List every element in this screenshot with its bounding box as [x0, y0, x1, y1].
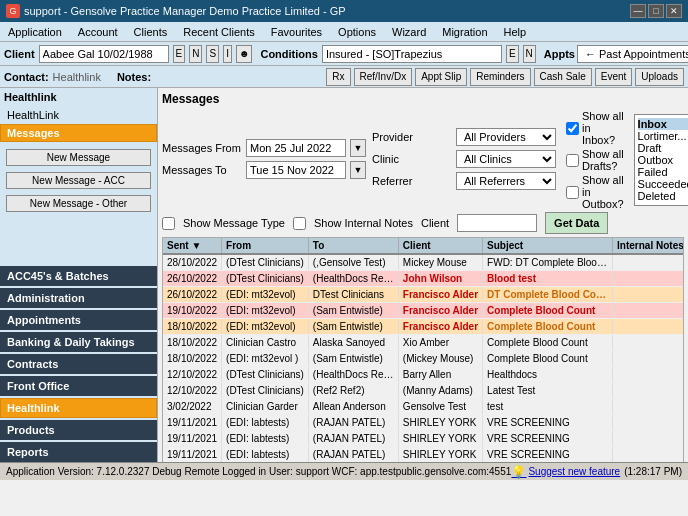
client-bar: Client E N S I ☻ Conditions E N Appts ← … — [0, 42, 688, 66]
cond-flag-n[interactable]: N — [523, 45, 536, 63]
cell-subject: DT Complete Blood Count — [483, 287, 613, 303]
messages-from-calendar[interactable]: ▼ — [350, 139, 366, 157]
cell-from: (EDI: labtests) — [222, 415, 309, 431]
sidebar-item-healthlink[interactable]: HealthLink — [0, 106, 157, 124]
maximize-button[interactable]: □ — [648, 4, 664, 18]
col-internal-notes[interactable]: Internal Notes — [613, 238, 684, 254]
sidebar-item-healthlink-nav[interactable]: Healthlink — [0, 398, 157, 418]
cond-flag-e[interactable]: E — [506, 45, 519, 63]
table-row[interactable]: 12/10/2022 (DTest Clinicians) (HealthDoc… — [163, 367, 684, 383]
cell-to: (HealthDocs Ref...) — [308, 367, 398, 383]
table-row[interactable]: 26/10/2022 (EDI: mt32evol) DTest Clinici… — [163, 287, 684, 303]
provider-dropdown[interactable]: All Providers — [456, 128, 556, 146]
reminders-button[interactable]: Reminders — [470, 68, 530, 86]
cell-client: Francisco Alder — [398, 287, 482, 303]
sidebar-item-administration[interactable]: Administration — [0, 288, 157, 308]
flag-smiley[interactable]: ☻ — [236, 45, 253, 63]
get-data-button[interactable]: Get Data — [545, 212, 608, 234]
menu-recent-clients[interactable]: Recent Clients — [179, 25, 259, 39]
menu-favourites[interactable]: Favourites — [267, 25, 326, 39]
show-outbox-checkbox[interactable] — [566, 186, 579, 199]
clinic-dropdown[interactable]: All Clinics — [456, 150, 556, 168]
sidebar-item-acc45s[interactable]: ACC45's & Batches — [0, 266, 157, 286]
cell-subject: VRE SCREENING — [483, 431, 613, 447]
cell-to: (Sam Entwistle) — [308, 319, 398, 335]
new-message-acc-button[interactable]: New Message - ACC — [6, 172, 151, 189]
cell-from: (EDI: mt32evol) — [222, 287, 309, 303]
apptslip-button[interactable]: Appt Slip — [415, 68, 467, 86]
minimize-button[interactable]: — — [630, 4, 646, 18]
col-subject[interactable]: Subject — [483, 238, 613, 254]
cell-subject: FWD: DT Complete Blood C... — [483, 254, 613, 271]
menu-application[interactable]: Application — [4, 25, 66, 39]
sidebar-item-messages[interactable]: Messages — [0, 124, 157, 142]
col-client[interactable]: Client — [398, 238, 482, 254]
col-sent[interactable]: Sent ▼ — [163, 238, 222, 254]
appts-dropdown[interactable]: ← Past Appointments → — [577, 45, 688, 63]
appts-label: Appts — [544, 48, 575, 60]
cell-to: (HealthDocs Ref...) — [308, 271, 398, 287]
table-row[interactable]: 12/10/2022 (DTest Clinicians) (Ref2 Ref2… — [163, 383, 684, 399]
inbox-item-outbox[interactable]: Outbox [26] — [638, 154, 688, 166]
inbox-item-inbox[interactable]: Inbox [174] — [638, 118, 688, 130]
sidebar-item-appointments[interactable]: Appointments — [0, 310, 157, 330]
referrer-dropdown[interactable]: All Referrers — [456, 172, 556, 190]
messages-from-input[interactable] — [246, 139, 346, 157]
client-filter-input[interactable] — [457, 214, 537, 232]
col-from[interactable]: From — [222, 238, 309, 254]
sidebar-item-banking[interactable]: Banking & Daily Takings — [0, 332, 157, 352]
messages-to-calendar[interactable]: ▼ — [350, 161, 366, 179]
cashsale-button[interactable]: Cash Sale — [534, 68, 592, 86]
inbox-item-lortimer[interactable]: Lortimer... — [638, 130, 688, 142]
messages-to-input[interactable] — [246, 161, 346, 179]
table-row[interactable]: 19/11/2021 (EDI: labtests) (RAJAN PATEL)… — [163, 431, 684, 447]
table-row[interactable]: 3/02/2022 Clinician Garder Allean Anders… — [163, 399, 684, 415]
table-row[interactable]: 19/10/2022 (EDI: mt32evol) (Sam Entwistl… — [163, 303, 684, 319]
table-row[interactable]: 28/10/2022 (DTest Clinicians) (,Gensolve… — [163, 254, 684, 271]
flag-n[interactable]: N — [189, 45, 202, 63]
inbox-item-deleted[interactable]: Deleted [1] — [638, 190, 688, 202]
table-row[interactable]: 18/10/2022 Clinician Castro Alaska Sanoy… — [163, 335, 684, 351]
table-row[interactable]: 18/10/2022 (EDI: mt32evol ) (Sam Entwist… — [163, 351, 684, 367]
cell-subject: Blood test — [483, 271, 613, 287]
inbox-item-succeeded[interactable]: Succeeded [6] — [638, 178, 688, 190]
table-row[interactable]: 19/11/2021 (EDI: labtests) (RAJAN PATEL)… — [163, 447, 684, 463]
new-message-button[interactable]: New Message — [6, 149, 151, 166]
cell-date: 19/11/2021 — [163, 415, 222, 431]
flag-s[interactable]: S — [206, 45, 219, 63]
show-drafts-checkbox[interactable] — [566, 154, 579, 167]
menu-wizard[interactable]: Wizard — [388, 25, 430, 39]
cell-date: 12/10/2022 — [163, 383, 222, 399]
conditions-field[interactable] — [322, 45, 502, 63]
menu-options[interactable]: Options — [334, 25, 380, 39]
sidebar-item-products[interactable]: Products — [0, 420, 157, 440]
show-message-type-checkbox[interactable] — [162, 217, 175, 230]
rx-button[interactable]: Rx — [326, 68, 350, 86]
table-row[interactable]: 19/11/2021 (EDI: labtests) (RAJAN PATEL)… — [163, 415, 684, 431]
inbox-item-draft[interactable]: Draft [32] — [638, 142, 688, 154]
uploads-button[interactable]: Uploads — [635, 68, 684, 86]
close-button[interactable]: ✕ — [666, 4, 682, 18]
sidebar-item-reports[interactable]: Reports — [0, 442, 157, 462]
show-inbox-checkbox[interactable] — [566, 122, 579, 135]
table-row[interactable]: 26/10/2022 (DTest Clinicians) (HealthDoc… — [163, 271, 684, 287]
table-row[interactable]: 18/10/2022 (EDI: mt32evol) (Sam Entwistl… — [163, 319, 684, 335]
menu-migration[interactable]: Migration — [438, 25, 491, 39]
sidebar-item-frontoffice[interactable]: Front Office — [0, 376, 157, 396]
cell-date: 12/10/2022 — [163, 367, 222, 383]
client-field[interactable] — [39, 45, 169, 63]
event-button[interactable]: Event — [595, 68, 633, 86]
show-internal-notes-checkbox[interactable] — [293, 217, 306, 230]
menu-clients[interactable]: Clients — [130, 25, 172, 39]
flag-e[interactable]: E — [173, 45, 186, 63]
menu-help[interactable]: Help — [500, 25, 531, 39]
sidebar-item-contracts[interactable]: Contracts — [0, 354, 157, 374]
cell-date: 26/10/2022 — [163, 271, 222, 287]
flag-i[interactable]: I — [223, 45, 232, 63]
col-to[interactable]: To — [308, 238, 398, 254]
inbox-item-failed[interactable]: Failed [6] — [638, 166, 688, 178]
suggest-link[interactable]: 💡 Suggest new feature — [511, 465, 620, 479]
refinvdx-button[interactable]: Ref/Inv/Dx — [354, 68, 413, 86]
menu-account[interactable]: Account — [74, 25, 122, 39]
new-message-other-button[interactable]: New Message - Other — [6, 195, 151, 212]
